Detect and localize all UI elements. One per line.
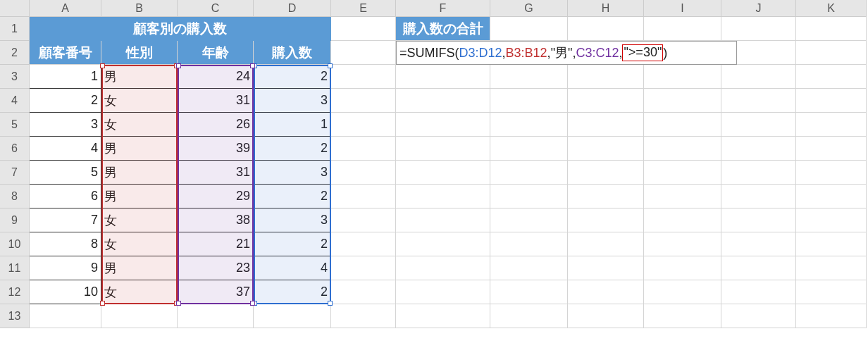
formula-edit-cell[interactable]: =SUMIFS(D3:D12,B3:B12,"男",C3:C12,">=30")	[396, 41, 737, 65]
cell-K6[interactable]	[796, 137, 867, 161]
cell-J5[interactable]	[721, 113, 796, 137]
row-header-13[interactable]: 13	[0, 304, 30, 328]
row-header-11[interactable]: 11	[0, 256, 30, 280]
cell-K3[interactable]	[796, 65, 867, 89]
cell-E5[interactable]	[331, 113, 396, 137]
cell-I13[interactable]	[644, 304, 721, 328]
cell-H7[interactable]	[568, 161, 644, 185]
cell-G13[interactable]	[490, 304, 568, 328]
cell-E12[interactable]	[331, 280, 396, 304]
row-header-3[interactable]: 3	[0, 65, 30, 89]
cell-C6[interactable]: 39	[178, 137, 254, 161]
cell-B7[interactable]: 男	[101, 161, 178, 185]
cell-H8[interactable]	[568, 185, 644, 208]
cell-B13[interactable]	[101, 304, 178, 328]
row-header-1[interactable]: 1	[0, 17, 30, 41]
cell-K11[interactable]	[796, 256, 867, 280]
cell-D13[interactable]	[254, 304, 331, 328]
cell-H1[interactable]	[568, 17, 644, 41]
cell-K7[interactable]	[796, 161, 867, 185]
row-header-8[interactable]: 8	[0, 185, 30, 208]
cell-C13[interactable]	[178, 304, 254, 328]
cell-I9[interactable]	[644, 208, 721, 232]
table-title[interactable]: 顧客別の購入数	[30, 17, 331, 41]
cell-B3[interactable]: 男	[101, 65, 178, 89]
cell-E11[interactable]	[331, 256, 396, 280]
col-header-K[interactable]: K	[796, 0, 867, 17]
cell-E7[interactable]	[331, 161, 396, 185]
cell-F13[interactable]	[396, 304, 490, 328]
cell-K4[interactable]	[796, 89, 867, 113]
cell-K2[interactable]	[796, 41, 867, 65]
cell-F12[interactable]	[396, 280, 490, 304]
cell-K12[interactable]	[796, 280, 867, 304]
header-gender[interactable]: 性別	[101, 41, 178, 65]
cell-A4[interactable]: 2	[30, 89, 101, 113]
row-header-9[interactable]: 9	[0, 208, 30, 232]
cell-E10[interactable]	[331, 232, 396, 256]
row-header-7[interactable]: 7	[0, 161, 30, 185]
cell-D3[interactable]: 2	[254, 65, 331, 89]
cell-J3[interactable]	[721, 65, 796, 89]
cell-G1[interactable]	[490, 17, 568, 41]
col-header-C[interactable]: C	[178, 0, 254, 17]
cell-K9[interactable]	[796, 208, 867, 232]
cell-I8[interactable]	[644, 185, 721, 208]
cell-J10[interactable]	[721, 232, 796, 256]
cell-H10[interactable]	[568, 232, 644, 256]
cell-H6[interactable]	[568, 137, 644, 161]
cell-C3[interactable]: 24	[178, 65, 254, 89]
cell-B5[interactable]: 女	[101, 113, 178, 137]
cell-A3[interactable]: 1	[30, 65, 101, 89]
cell-I6[interactable]	[644, 137, 721, 161]
select-all-corner[interactable]	[0, 0, 30, 17]
cell-J12[interactable]	[721, 280, 796, 304]
col-header-H[interactable]: H	[568, 0, 644, 17]
spreadsheet-grid[interactable]: A B C D E F G H I J K 1 顧客別の購入数 購入数の合計 2…	[0, 0, 868, 328]
cell-A13[interactable]	[30, 304, 101, 328]
cell-C10[interactable]: 21	[178, 232, 254, 256]
col-header-A[interactable]: A	[30, 0, 101, 17]
col-header-J[interactable]: J	[721, 0, 796, 17]
cell-A9[interactable]: 7	[30, 208, 101, 232]
cell-F10[interactable]	[396, 232, 490, 256]
cell-H11[interactable]	[568, 256, 644, 280]
cell-I11[interactable]	[644, 256, 721, 280]
cell-E9[interactable]	[331, 208, 396, 232]
cell-K1[interactable]	[796, 17, 867, 41]
col-header-F[interactable]: F	[396, 0, 490, 17]
cell-E2[interactable]	[331, 41, 396, 65]
cell-C4[interactable]: 31	[178, 89, 254, 113]
cell-B12[interactable]: 女	[101, 280, 178, 304]
cell-I4[interactable]	[644, 89, 721, 113]
cell-I12[interactable]	[644, 280, 721, 304]
cell-J11[interactable]	[721, 256, 796, 280]
cell-G5[interactable]	[490, 113, 568, 137]
cell-B4[interactable]: 女	[101, 89, 178, 113]
cell-G7[interactable]	[490, 161, 568, 185]
cell-J6[interactable]	[721, 137, 796, 161]
cell-F7[interactable]	[396, 161, 490, 185]
header-count[interactable]: 購入数	[254, 41, 331, 65]
cell-B9[interactable]: 女	[101, 208, 178, 232]
cell-J4[interactable]	[721, 89, 796, 113]
row-header-2[interactable]: 2	[0, 41, 30, 65]
cell-E13[interactable]	[331, 304, 396, 328]
cell-K8[interactable]	[796, 185, 867, 208]
cell-C5[interactable]: 26	[178, 113, 254, 137]
cell-D9[interactable]: 3	[254, 208, 331, 232]
col-header-I[interactable]: I	[644, 0, 721, 17]
cell-H4[interactable]	[568, 89, 644, 113]
row-header-5[interactable]: 5	[0, 113, 30, 137]
cell-D11[interactable]: 4	[254, 256, 331, 280]
cell-A7[interactable]: 5	[30, 161, 101, 185]
cell-A5[interactable]: 3	[30, 113, 101, 137]
cell-G3[interactable]	[490, 65, 568, 89]
cell-C9[interactable]: 38	[178, 208, 254, 232]
cell-F9[interactable]	[396, 208, 490, 232]
cell-J9[interactable]	[721, 208, 796, 232]
cell-E4[interactable]	[331, 89, 396, 113]
cell-G9[interactable]	[490, 208, 568, 232]
cell-H5[interactable]	[568, 113, 644, 137]
cell-B8[interactable]: 男	[101, 185, 178, 208]
